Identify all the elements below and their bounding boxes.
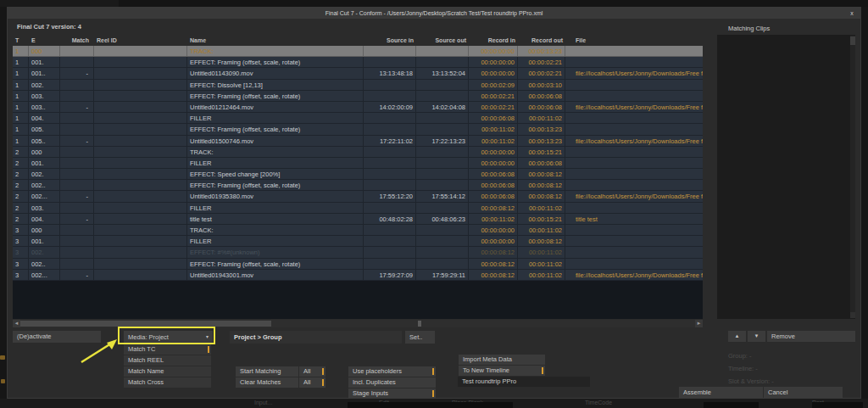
- import-meta-data-button[interactable]: Import Meta Data: [459, 355, 545, 365]
- cell-name: Untitled01500746.mov: [187, 136, 364, 146]
- cell-src_in: [364, 225, 416, 235]
- cell-reel: [94, 80, 187, 90]
- close-icon[interactable]: x: [848, 8, 856, 19]
- matching-clips-scroll-down-icon[interactable]: [850, 312, 855, 318]
- column-header-reel[interactable]: Reel ID: [94, 35, 187, 46]
- match-button-match-tc[interactable]: Match TC: [124, 344, 211, 355]
- cell-file: title test: [565, 214, 703, 224]
- clear-matches-scope-dropdown[interactable]: All: [299, 377, 326, 388]
- table-row[interactable]: 2002.EFFECT: Speed change [200%]00:00:06…: [13, 169, 703, 180]
- cell-e: 002.: [29, 169, 60, 179]
- table-row[interactable]: 3000TRACK:00:00:00:0000:00:11:02: [13, 225, 703, 236]
- match-button-match-reel[interactable]: Match REEL: [124, 355, 211, 366]
- column-header-match[interactable]: Match: [60, 35, 94, 46]
- horizontal-scrollbar[interactable]: ◄ ►: [13, 320, 703, 327]
- matching-clips-scrollbar[interactable]: [850, 36, 855, 318]
- matching-clips-scrollbar-thumb[interactable]: [850, 36, 855, 45]
- cell-reel: [94, 259, 187, 269]
- cell-e: 002..: [29, 259, 60, 269]
- remove-button[interactable]: Remove: [767, 331, 855, 342]
- use-placeholders-label: Use placeholders: [353, 367, 402, 375]
- cell-src_in: [364, 180, 416, 190]
- move-up-icon[interactable]: ▲: [728, 331, 746, 342]
- cell-file: [565, 80, 703, 90]
- table-row[interactable]: 2001.FILLER00:00:00:0000:00:06:08: [13, 158, 703, 169]
- cell-e: 000: [29, 46, 60, 56]
- table-row[interactable]: 1003..-Untitled01212464.mov14:02:00:0914…: [13, 102, 703, 113]
- cell-e: 000: [29, 225, 60, 235]
- backdrop-block: [0, 0, 119, 7]
- table-row[interactable]: 1004.FILLER00:00:06:0800:00:11:02: [13, 113, 703, 124]
- table-row[interactable]: 1005.EFFECT: Framing (offset, scale, rot…: [13, 124, 703, 135]
- cell-src_in: [364, 113, 416, 123]
- table-row[interactable]: 2000TRACK:00:00:00:0000:00:15:21: [13, 147, 703, 158]
- start-matching-button[interactable]: Start Matching: [236, 366, 298, 377]
- cell-src_out: [416, 203, 469, 213]
- column-header-src_in[interactable]: Source in: [364, 35, 416, 46]
- table-row[interactable]: 3002.EFFECT: #%#(unknown)00:00:08:1200:0…: [13, 247, 703, 258]
- cancel-button[interactable]: Cancel: [764, 387, 843, 398]
- cell-rec_in: 00:00:11:02: [469, 136, 518, 146]
- table-row[interactable]: 3001.FILLER00:00:00:0000:00:08:12: [13, 236, 703, 247]
- set-button[interactable]: Set..: [405, 331, 435, 344]
- incl-duplicates-toggle[interactable]: Incl. Duplicates: [348, 377, 436, 388]
- column-header-rec_out[interactable]: Record out: [518, 35, 565, 46]
- cell-match: -: [60, 191, 94, 201]
- column-header-file[interactable]: File: [565, 35, 703, 46]
- cell-src_in: 17:55:12:20: [364, 191, 416, 201]
- assemble-button[interactable]: Assemble: [679, 387, 763, 398]
- table-row[interactable]: 1001.EFFECT: Framing (offset, scale, rot…: [13, 57, 703, 68]
- dialog-titlebar[interactable]: Final Cut 7 - Conform - /Users/Jonny/Des…: [8, 8, 860, 19]
- cell-src_out: [416, 158, 469, 168]
- cell-rec_in: 00:00:02:21: [469, 91, 518, 101]
- table-row[interactable]: 2004.-title test00:48:02:2800:48:06:2300…: [13, 214, 703, 225]
- cell-src_in: 17:59:27:09: [364, 270, 416, 280]
- cell-e: 002...: [29, 191, 60, 201]
- deactivate-button[interactable]: (De)activate: [13, 331, 101, 343]
- table-row[interactable]: 1002.EFFECT: Dissolve [12,13]00:00:02:09…: [13, 80, 703, 91]
- cell-rec_out: 00:00:06:08: [518, 102, 565, 112]
- scroll-left-icon[interactable]: ◄: [13, 320, 20, 327]
- match-button-match-cross[interactable]: Match Cross: [124, 377, 211, 388]
- dialog-title: Final Cut 7 - Conform - /Users/Jonny/Des…: [326, 10, 543, 16]
- start-matching-scope-dropdown[interactable]: All: [299, 366, 326, 377]
- stage-inputs-toggle[interactable]: Stage Inputs: [348, 388, 436, 399]
- column-header-t[interactable]: T: [13, 35, 29, 46]
- cell-reel: [94, 91, 187, 101]
- table-row[interactable]: 2002..EFFECT: Framing (offset, scale, ro…: [13, 180, 703, 191]
- use-placeholders-toggle[interactable]: Use placeholders: [348, 366, 436, 377]
- cell-t: 2: [13, 203, 29, 213]
- table-row[interactable]: 3002..EFFECT: Framing (offset, scale, ro…: [13, 259, 703, 270]
- clear-matches-button[interactable]: Clear Matches: [236, 377, 298, 388]
- column-header-rec_in[interactable]: Record in: [469, 35, 518, 46]
- table-row[interactable]: 1001..-Untitled01143090.mov13:13:48:1813…: [13, 68, 703, 79]
- scroll-right-icon[interactable]: ►: [695, 320, 703, 327]
- cell-file: [565, 225, 703, 235]
- table-row[interactable]: 1003.EFFECT: Framing (offset, scale, rot…: [13, 91, 703, 102]
- match-button-match-name[interactable]: Match Name: [124, 366, 211, 377]
- cell-match: [60, 46, 94, 56]
- move-down-icon[interactable]: ▼: [748, 331, 765, 342]
- cell-e: 003..: [29, 102, 60, 112]
- cell-rec_in: 00:00:00:00: [469, 68, 518, 78]
- column-header-src_out[interactable]: Source out: [416, 35, 469, 46]
- cell-src_out: [416, 259, 469, 269]
- column-header-e[interactable]: E: [29, 35, 60, 46]
- table-row[interactable]: 1005..-Untitled01500746.mov17:22:11:0217…: [13, 136, 703, 147]
- table-row[interactable]: 2002...-Untitled01935380.mov17:55:12:201…: [13, 191, 703, 202]
- column-header-name[interactable]: Name: [187, 35, 364, 46]
- table-row[interactable]: 1000TRACK:00:00:00:0000:00:13:23: [13, 46, 703, 57]
- timeline-name-input[interactable]: Test roundtrip PPro: [458, 377, 590, 387]
- cell-src_in: [364, 46, 416, 56]
- cell-src_out: 13:13:52:04: [416, 68, 469, 78]
- match-button-label: Match REEL: [128, 355, 207, 366]
- table-row[interactable]: 3002...-Untitled01943001.mov17:59:27:091…: [13, 270, 703, 281]
- cell-rec_out: 00:00:03:10: [518, 80, 565, 90]
- scrollbar-thumb[interactable]: [20, 321, 271, 327]
- cell-name: EFFECT: Framing (offset, scale, rotate): [187, 57, 364, 67]
- to-new-timeline-toggle[interactable]: To New Timeline: [459, 366, 545, 376]
- matching-clips-list[interactable]: [717, 35, 855, 319]
- cell-reel: [94, 57, 187, 67]
- cell-file: [565, 236, 703, 246]
- table-row[interactable]: 2003.FILLER00:00:08:1200:00:11:02: [13, 203, 703, 214]
